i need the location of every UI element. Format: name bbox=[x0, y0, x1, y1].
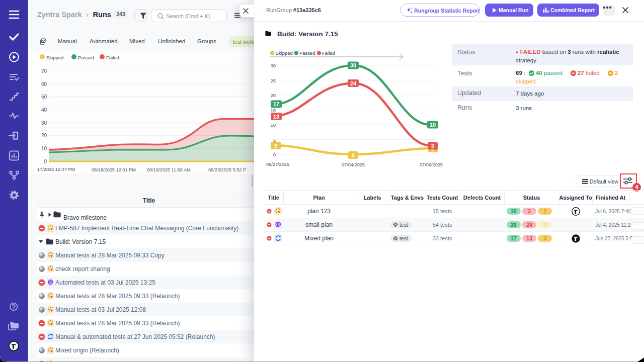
svg-text:0: 0 bbox=[44, 159, 47, 164]
svg-text:07/04/2025: 07/04/2025 bbox=[342, 162, 365, 167]
svg-text:20: 20 bbox=[41, 133, 47, 138]
svg-text:5: 5 bbox=[273, 137, 276, 143]
svg-text:0: 0 bbox=[273, 152, 276, 157]
svg-text:13: 13 bbox=[273, 114, 279, 120]
svg-text:06/18/2025 12:01 PM: 06/18/2025 12:01 PM bbox=[92, 167, 136, 172]
svg-text:06/23/2025 5:52 P: 06/23/2025 5:52 P bbox=[208, 167, 246, 172]
svg-text:30: 30 bbox=[41, 120, 47, 126]
svg-text:30: 30 bbox=[350, 62, 356, 68]
svg-text:Failed: Failed bbox=[322, 50, 335, 56]
svg-text:20: 20 bbox=[270, 93, 276, 98]
svg-text:17/2025 12:47 PM: 17/2025 12:47 PM bbox=[37, 167, 75, 172]
svg-text:3: 3 bbox=[274, 143, 277, 149]
svg-text:40: 40 bbox=[41, 107, 47, 113]
svg-text:Skipped: Skipped bbox=[276, 50, 293, 56]
svg-text:Passed: Passed bbox=[78, 55, 94, 60]
svg-text:15: 15 bbox=[270, 108, 276, 113]
svg-text:Skipped: Skipped bbox=[46, 55, 63, 60]
svg-text:24: 24 bbox=[350, 80, 357, 86]
svg-text:Failed: Failed bbox=[106, 55, 119, 60]
svg-text:10: 10 bbox=[270, 122, 276, 128]
svg-text:17: 17 bbox=[273, 101, 279, 107]
svg-text:60: 60 bbox=[41, 81, 47, 87]
svg-text:10: 10 bbox=[41, 146, 47, 151]
svg-text:70: 70 bbox=[41, 68, 47, 74]
svg-text:0: 0 bbox=[352, 152, 355, 158]
svg-text:06/27/2025: 06/27/2025 bbox=[266, 162, 289, 167]
svg-text:25: 25 bbox=[270, 78, 276, 83]
svg-text:10: 10 bbox=[430, 122, 436, 128]
svg-text:07/06/2025: 07/06/2025 bbox=[420, 162, 443, 167]
svg-text:06/19/2025 11:56 AM: 06/19/2025 11:56 AM bbox=[147, 167, 191, 172]
svg-text:30: 30 bbox=[270, 63, 276, 68]
svg-text:Passed: Passed bbox=[299, 50, 315, 56]
svg-text:50: 50 bbox=[41, 94, 47, 100]
svg-text:3: 3 bbox=[431, 143, 434, 149]
